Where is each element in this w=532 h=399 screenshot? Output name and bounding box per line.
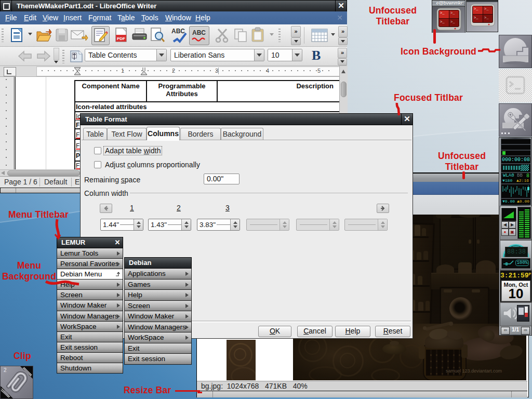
svg-text:ABC: ABC bbox=[192, 29, 206, 36]
svg-text:>_: >_ bbox=[474, 16, 478, 20]
svg-text:>_: >_ bbox=[440, 11, 445, 15]
svg-text:>_: >_ bbox=[484, 7, 489, 11]
svg-text:>_: >_ bbox=[450, 11, 455, 15]
svg-text:ABC: ABC bbox=[171, 28, 185, 35]
svg-text:>_: >_ bbox=[440, 20, 445, 24]
svg-text:PDF: PDF bbox=[117, 36, 125, 41]
svg-text:>_: >_ bbox=[450, 20, 455, 24]
svg-text:>_: >_ bbox=[484, 16, 489, 20]
svg-text:>_: >_ bbox=[474, 7, 478, 11]
